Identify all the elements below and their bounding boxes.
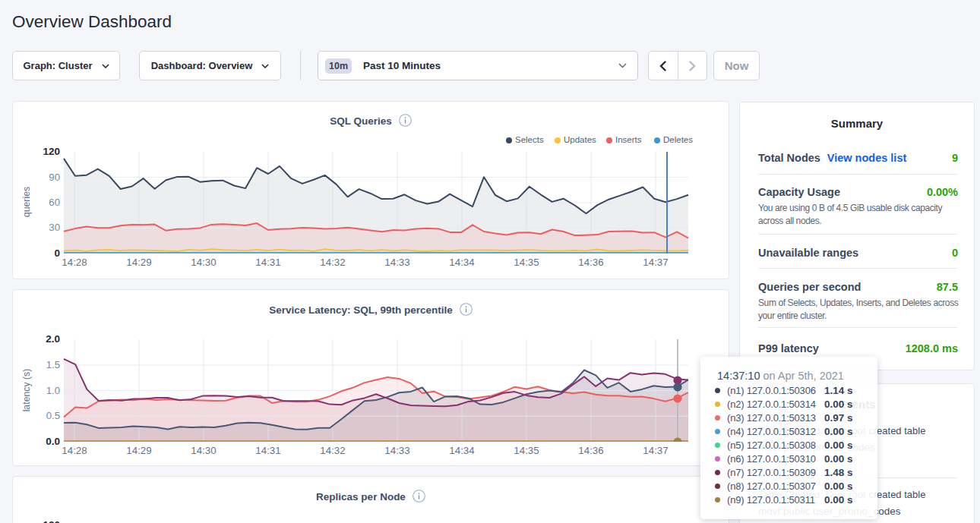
svg-text:14:30: 14:30	[191, 257, 216, 268]
svg-text:14:34: 14:34	[449, 257, 474, 268]
svg-text:14:32: 14:32	[320, 445, 345, 456]
svg-text:14:31: 14:31	[255, 257, 280, 268]
svg-text:14:35: 14:35	[514, 257, 539, 268]
svg-text:14:28: 14:28	[62, 257, 87, 268]
svg-text:120: 120	[43, 519, 60, 523]
svg-text:60: 60	[49, 197, 60, 208]
svg-text:14:32: 14:32	[320, 257, 345, 268]
svg-text:14:35: 14:35	[514, 445, 539, 456]
svg-text:14:34: 14:34	[449, 445, 474, 456]
svg-text:14:37: 14:37	[643, 257, 668, 268]
svg-text:0: 0	[54, 247, 60, 259]
svg-text:120: 120	[43, 146, 60, 157]
svg-text:14:30: 14:30	[191, 445, 216, 456]
svg-text:14:29: 14:29	[126, 445, 151, 456]
svg-text:14:28: 14:28	[62, 445, 87, 456]
svg-text:0.0: 0.0	[46, 436, 60, 447]
svg-text:0.5: 0.5	[46, 410, 60, 421]
svg-text:1.5: 1.5	[46, 359, 60, 370]
svg-text:14:37: 14:37	[643, 445, 668, 456]
svg-text:1.0: 1.0	[46, 385, 60, 396]
svg-text:2.0: 2.0	[46, 333, 60, 345]
svg-text:latency (s): latency (s)	[21, 369, 32, 412]
svg-text:14:33: 14:33	[384, 445, 409, 456]
svg-text:queries: queries	[21, 187, 32, 217]
svg-text:30: 30	[49, 222, 60, 233]
svg-text:14:36: 14:36	[578, 445, 603, 456]
svg-text:14:29: 14:29	[126, 257, 151, 268]
svg-text:14:31: 14:31	[255, 445, 280, 456]
svg-text:14:33: 14:33	[384, 257, 409, 268]
svg-text:14:36: 14:36	[578, 257, 603, 268]
svg-text:90: 90	[49, 172, 60, 183]
